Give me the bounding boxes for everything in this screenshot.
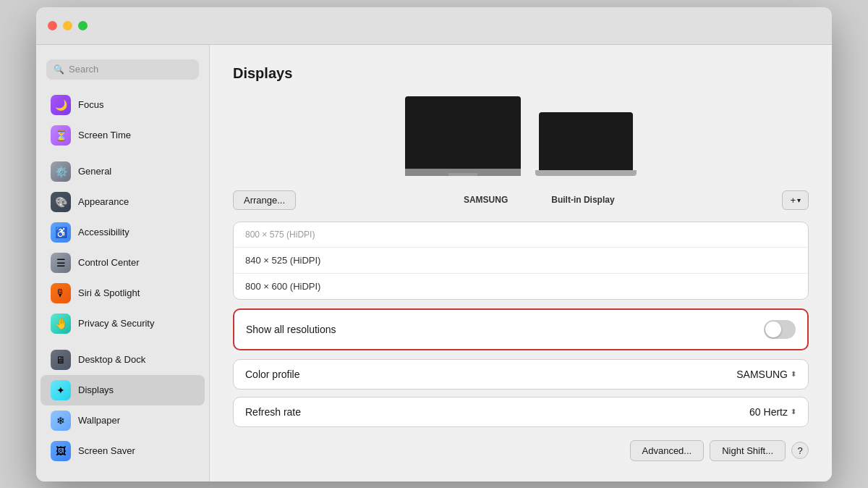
samsung-label: SAMSUNG (464, 195, 508, 205)
sidebar-item-accessibility[interactable]: ♿ Accessibility (41, 217, 205, 248)
show-all-toggle[interactable] (764, 320, 796, 339)
sidebar-item-wallpaper[interactable]: ❄ Wallpaper (41, 405, 205, 436)
sidebar: 🔍 Search 🌙 Focus ⏳ Screen Time (36, 45, 210, 481)
show-all-resolutions-row: Show all resolutions (233, 308, 809, 350)
sidebar-item-label: Accessibility (78, 227, 129, 237)
sidebar-item-label: General (78, 166, 111, 177)
arrange-row: Arrange... SAMSUNG Built-in Display + ▾ (233, 190, 809, 210)
sidebar-item-siri-spotlight[interactable]: 🎙 Siri & Spotlight (41, 278, 205, 308)
advanced-button[interactable]: Advanced... (630, 440, 705, 461)
plus-icon: + (790, 195, 796, 206)
samsung-screen (405, 96, 521, 169)
sidebar-item-label: Wallpaper (78, 415, 120, 426)
add-display-button[interactable]: + ▾ (782, 190, 809, 210)
color-profile-value[interactable]: SAMSUNG ⬍ (736, 369, 796, 380)
page-title: Displays (233, 65, 809, 82)
stepper-icon: ⬍ (791, 370, 796, 378)
show-all-label: Show all resolutions (246, 324, 336, 335)
screen-saver-icon: 🖼 (51, 441, 71, 461)
sidebar-item-label: Appearance (78, 196, 129, 207)
resolution-item[interactable]: 840 × 525 (HiDPI) (234, 248, 808, 274)
resolution-item[interactable]: 800 × 575 (HiDPI) (234, 222, 808, 248)
system-preferences-window: 🔍 Search 🌙 Focus ⏳ Screen Time (36, 7, 832, 481)
arrange-button[interactable]: Arrange... (233, 190, 296, 210)
refresh-rate-value-text: 60 Hertz (749, 406, 788, 418)
search-box[interactable]: 🔍 Search (46, 59, 199, 80)
sidebar-item-label: Siri & Spotlight (78, 287, 140, 298)
resolution-label: 800 × 600 (HiDPI) (245, 281, 320, 292)
sidebar-item-appearance[interactable]: 🎨 Appearance (41, 187, 205, 217)
laptop-base (535, 170, 637, 176)
help-button[interactable]: ? (791, 442, 809, 459)
siri-spotlight-icon: 🎙 (51, 283, 71, 303)
refresh-rate-value[interactable]: 60 Hertz ⬍ (749, 406, 796, 418)
sidebar-item-label: Displays (78, 384, 114, 395)
sidebar-item-label: Privacy & Security (78, 318, 154, 329)
chevron-down-icon: ▾ (797, 196, 801, 204)
sidebar-item-desktop-dock[interactable]: 🖥 Desktop & Dock (41, 345, 205, 375)
accessibility-icon: ♿ (51, 222, 71, 243)
sidebar-item-displays[interactable]: ✦ Displays (41, 375, 205, 405)
samsung-display (405, 96, 521, 176)
sidebar-item-privacy-security[interactable]: 🤚 Privacy & Security (41, 308, 205, 339)
sidebar-item-label: Control Center (78, 257, 140, 268)
title-bar (36, 7, 832, 45)
focus-icon: 🌙 (51, 95, 71, 115)
search-container: 🔍 Search (36, 54, 209, 90)
window-content: 🔍 Search 🌙 Focus ⏳ Screen Time (36, 45, 832, 481)
resolution-list: 800 × 575 (HiDPI) 840 × 525 (HiDPI) 800 … (233, 222, 809, 300)
resolution-label: 840 × 525 (HiDPI) (245, 255, 320, 266)
maximize-button[interactable] (78, 21, 88, 30)
sidebar-item-label: Screen Time (78, 130, 131, 140)
general-icon: ⚙️ (51, 161, 71, 182)
resolution-label: 800 × 575 (HiDPI) (245, 230, 315, 240)
main-panel: Displays Arrange... SAMSUNG (210, 45, 832, 481)
display-preview (233, 96, 809, 176)
sidebar-item-screen-saver[interactable]: 🖼 Screen Saver (41, 436, 205, 466)
refresh-rate-label: Refresh rate (245, 406, 301, 418)
laptop-screen (539, 112, 633, 170)
stepper-icon: ⬍ (791, 408, 796, 416)
search-icon: 🔍 (54, 64, 64, 75)
refresh-rate-row: Refresh rate 60 Hertz ⬍ (233, 397, 809, 427)
builtin-label: Built-in Display (551, 195, 614, 205)
bottom-row: Advanced... Night Shift... ? (233, 440, 809, 461)
search-placeholder: Search (69, 64, 98, 75)
sidebar-item-general[interactable]: ⚙️ General (41, 156, 205, 187)
color-profile-label: Color profile (245, 369, 299, 380)
close-button[interactable] (48, 21, 57, 30)
sidebar-item-screen-time[interactable]: ⏳ Screen Time (41, 120, 205, 151)
screen-time-icon: ⏳ (51, 125, 71, 146)
traffic-lights (48, 21, 88, 30)
displays-icon: ✦ (51, 380, 71, 400)
builtin-display (535, 112, 637, 176)
sidebar-item-label: Screen Saver (78, 445, 135, 456)
night-shift-button[interactable]: Night Shift... (710, 440, 786, 461)
privacy-security-icon: 🤚 (51, 314, 71, 334)
sidebar-item-label: Desktop & Dock (78, 354, 145, 365)
control-center-icon: ☰ (51, 253, 71, 273)
sidebar-item-control-center[interactable]: ☰ Control Center (41, 248, 205, 278)
toggle-knob (765, 321, 781, 337)
resolution-item[interactable]: 800 × 600 (HiDPI) (234, 274, 808, 299)
samsung-stand (405, 169, 521, 176)
color-profile-value-text: SAMSUNG (736, 369, 788, 380)
appearance-icon: 🎨 (51, 192, 71, 212)
minimize-button[interactable] (63, 21, 72, 30)
desktop-dock-icon: 🖥 (51, 350, 71, 370)
sidebar-item-label: Focus (78, 99, 103, 110)
color-profile-row: Color profile SAMSUNG ⬍ (233, 359, 809, 390)
sidebar-item-focus[interactable]: 🌙 Focus (41, 90, 205, 120)
wallpaper-icon: ❄ (51, 411, 71, 431)
